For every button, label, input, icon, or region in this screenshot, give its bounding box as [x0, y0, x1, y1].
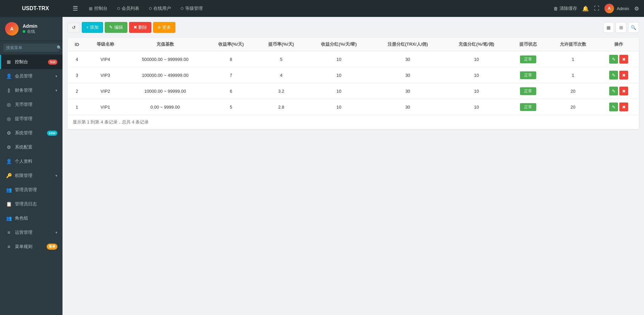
hot-badge: hot	[48, 60, 57, 65]
sidebar-item-label: 会员管理	[15, 73, 52, 79]
app-title: USDT-TRX	[5, 5, 66, 12]
table-header-row: ID 等级名称 充值基数 收益率(%/天) 提币率(%/天) 收益分红(%/天/…	[68, 38, 639, 51]
pagination-info: 显示第 1 到第 4 条记录，总共 4 条记录	[68, 115, 639, 129]
sidebar-item-label: 财务管理	[15, 87, 52, 93]
cell-income-dividend: 10	[306, 83, 372, 99]
cell-reg-dividend: 30	[371, 51, 444, 67]
cell-income-rate: 8	[206, 51, 256, 67]
status-badge: 正常	[520, 55, 536, 63]
table-row: 3 VIP3 100000.00 ~ 499999.00 7 4 10 30 1…	[68, 67, 639, 83]
cell-status: 正常	[509, 83, 547, 99]
sidebar-item-admin-log[interactable]: 📋 管理员日志	[0, 197, 63, 211]
nav-level-mgmt[interactable]: 等级管理	[177, 3, 207, 14]
sidebar-item-role-group[interactable]: 👥 角色组	[0, 211, 63, 225]
sidebar-item-dashboard[interactable]: ⊞ 控制台 hot	[0, 55, 63, 69]
clear-cache-button[interactable]: 🗑 清除缓存	[553, 5, 577, 12]
cell-status: 正常	[509, 99, 547, 115]
sidebar-item-finance-mgmt[interactable]: ₿ 财务管理 ▾	[0, 83, 63, 97]
delete-row-button[interactable]: ✖	[619, 71, 628, 80]
search-button[interactable]: 🔍	[628, 22, 639, 33]
cell-actions: ✎ ✖	[599, 51, 639, 67]
cell-name: VIP1	[86, 99, 124, 115]
cell-reg-dividend: 30	[371, 67, 444, 83]
search-input[interactable]	[6, 45, 57, 50]
sidebar-status: 在线	[23, 29, 38, 35]
sidebar-item-system-mgmt[interactable]: ⚙ 系统管理 new	[0, 126, 63, 140]
withdraw-icon: ◎	[6, 116, 11, 121]
sidebar-item-label: 控制台	[15, 59, 45, 65]
delete-row-button[interactable]: ✖	[619, 87, 628, 95]
delete-button[interactable]: ✖ 删除	[129, 22, 152, 33]
add-button[interactable]: + 添加	[82, 22, 103, 33]
cell-status: 正常	[509, 51, 547, 67]
table-row: 1 VIP1 0.00 ~ 9999.00 5 2.8 10 30 10 正常 …	[68, 99, 639, 115]
permission-icon: 🔑	[6, 173, 11, 178]
sidebar-item-member-mgmt[interactable]: 👤 会员管理 ▾	[0, 69, 63, 83]
delete-row-button[interactable]: ✖	[619, 55, 628, 64]
menu-icon: ≡	[6, 244, 11, 249]
sidebar-user-info: Admin 在线	[23, 23, 38, 35]
edit-row-button[interactable]: ✎	[609, 71, 618, 80]
member-icon: 👤	[6, 73, 11, 79]
delete-row-button[interactable]: ✖	[619, 103, 628, 111]
avatar: A	[604, 4, 614, 13]
dashboard-icon: ⊞	[6, 59, 11, 65]
nav-links: ⊞ 控制台 会员列表 在线用户 等级管理	[85, 3, 547, 14]
expand-icon[interactable]: ⛶	[594, 5, 599, 12]
status-badge: 正常	[520, 87, 536, 95]
cell-income-dividend: 10	[306, 67, 372, 83]
settings-icon[interactable]: ⚙	[634, 5, 639, 12]
cell-withdraw-times: 1	[547, 51, 599, 67]
cell-name: VIP2	[86, 83, 124, 99]
more-button[interactable]: ⊕ 更多	[153, 22, 175, 33]
chevron-down-icon: ▾	[55, 74, 57, 78]
edit-row-button[interactable]: ✎	[609, 87, 618, 95]
sidebar-item-recharge-mgmt[interactable]: ◎ 充币管理	[0, 97, 63, 112]
sidebar-item-operations-mgmt[interactable]: ≡ 运营管理 ▾	[0, 225, 63, 240]
sidebar-item-withdraw-mgmt[interactable]: ◎ 提币管理	[0, 112, 63, 126]
grid-view-button[interactable]: ⊞	[616, 22, 626, 33]
new-badge: new	[47, 131, 57, 136]
sidebar-item-permission-mgmt[interactable]: 🔑 权限管理 ▾	[0, 168, 63, 183]
sidebar-item-system-config[interactable]: ⚙ 系统配置	[0, 140, 63, 154]
edit-row-button[interactable]: ✎	[609, 103, 618, 111]
finance-icon: ₿	[6, 88, 11, 93]
status-label: 在线	[27, 29, 35, 35]
admin-user-menu[interactable]: A Admin	[604, 4, 629, 13]
sidebar-username: Admin	[23, 23, 38, 29]
content-area: ↺ + 添加 ✎ 编辑 ✖ 删除 ⊕ 更多 ▦ ⊞ 🔍 ID 等级名称 充值基数…	[63, 17, 644, 315]
edit-row-button[interactable]: ✎	[609, 55, 618, 64]
col-recharge-dividend: 充值分红(%/笔/佣)	[444, 38, 509, 51]
sidebar-item-label: 菜单规则	[15, 244, 43, 250]
cell-recharge-base: 500000.00 ~ 999999.00	[124, 51, 206, 67]
sidebar-item-label: 个人资料	[15, 158, 57, 164]
data-table-wrap: ID 等级名称 充值基数 收益率(%/天) 提币率(%/天) 收益分红(%/天/…	[68, 38, 639, 129]
sidebar-item-personal-info[interactable]: 👤 个人资料	[0, 154, 63, 168]
cell-reg-dividend: 30	[371, 83, 444, 99]
cell-id: 1	[68, 99, 86, 115]
nav-member-list[interactable]: 会员列表	[113, 3, 143, 14]
table-view-button[interactable]: ▦	[603, 22, 614, 33]
cell-withdraw-rate: 3.2	[256, 83, 306, 99]
sidebar-item-label: 系统配置	[15, 144, 57, 150]
cell-withdraw-times: 1	[547, 67, 599, 83]
nav-online-users[interactable]: 在线用户	[145, 3, 175, 14]
nav-dashboard[interactable]: ⊞ 控制台	[85, 3, 112, 14]
cell-income-rate: 7	[206, 67, 256, 83]
sidebar-item-menu-rules[interactable]: ≡ 菜单规则 菜单	[0, 240, 63, 254]
refresh-button[interactable]: ↺	[68, 23, 80, 32]
sidebar-search: 🔍	[0, 41, 63, 55]
sidebar-item-admin-mgmt[interactable]: 👥 管理员管理	[0, 183, 63, 197]
sidebar-toggle[interactable]: ☰	[73, 5, 78, 12]
cell-actions: ✎ ✖	[599, 83, 639, 99]
edit-button[interactable]: ✎ 编辑	[105, 22, 127, 33]
nav-dashboard-icon: ⊞	[89, 6, 93, 11]
col-income-rate: 收益率(%/天)	[206, 38, 256, 51]
action-buttons: ✎ ✖	[603, 87, 635, 95]
admin-icon: 👥	[6, 187, 11, 193]
data-table: ID 等级名称 充值基数 收益率(%/天) 提币率(%/天) 收益分红(%/天/…	[68, 38, 639, 115]
notification-icon[interactable]: 🔔	[582, 5, 589, 12]
cell-actions: ✎ ✖	[599, 99, 639, 115]
nav-dashboard-label: 控制台	[94, 5, 107, 12]
system-icon: ⚙	[6, 130, 11, 136]
